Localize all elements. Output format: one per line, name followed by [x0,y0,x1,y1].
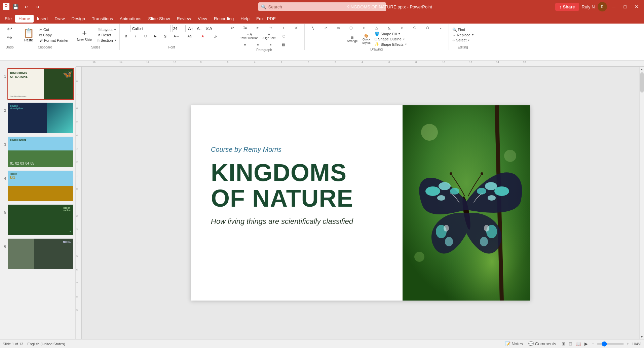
increase-indent-button[interactable]: ⇥ [265,25,277,31]
layout-button[interactable]: ⊞ Layout ▾ [96,27,117,32]
normal-view-button[interactable]: ⊞ [560,341,567,347]
menu-view[interactable]: View [194,15,211,23]
slide-image-1[interactable]: KINGDOMSOF NATURE How living things are.… [7,68,74,100]
shadow-button[interactable]: S [161,33,169,39]
align-right-button[interactable]: ≡ [265,42,277,47]
menu-home[interactable]: Home [15,15,34,23]
section-button[interactable]: § Section ▾ [96,38,117,43]
decrease-indent-button[interactable]: ⇤ [252,25,264,31]
shape-outline-button[interactable]: □ Shape Outline ▾ [373,37,408,41]
font-color-button[interactable]: A [197,33,209,39]
slide-canvas-area[interactable]: Course by Remy Morris KINGDOMS OF NATURE… [82,67,639,339]
line-tool[interactable]: ╲ [307,25,319,31]
align-text-button[interactable]: ≡ Align Text [261,32,277,41]
highlight-button[interactable]: 🖊 [210,33,222,39]
align-center-button[interactable]: ≡ [252,42,264,47]
convert-smartart-button[interactable]: ⬡ [278,33,290,39]
slide-image-2[interactable]: coursedescription [7,102,74,134]
increase-font-button[interactable]: A↑ [187,26,194,31]
char-spacing-button[interactable]: A↔ [171,33,183,39]
zoom-slider[interactable] [597,343,624,345]
italic-button[interactable]: I [131,33,140,39]
quick-styles-button[interactable]: 🎨 Quick Styles [360,33,372,45]
menu-insert[interactable]: Insert [34,15,51,23]
select-button[interactable]: ⊹ Select ▾ [451,38,475,43]
rounded-rect-tool[interactable]: ▢ [345,25,357,31]
slide-image-6[interactable]: topic 1 [7,238,74,270]
slide-image-4[interactable]: lesson 01 [7,170,74,202]
paste-button[interactable]: 📋 Paste [20,25,37,45]
clear-format-button[interactable]: ✕A [204,26,213,31]
slide-canvas[interactable]: Course by Remy Morris KINGDOMS OF NATURE… [191,105,530,301]
line-spacing-button[interactable]: ↕ [277,25,290,31]
columns-button[interactable]: ⫻ [290,25,302,31]
copy-button[interactable]: ⧉ Copy [38,33,70,38]
find-button[interactable]: 🔍 Find [451,27,475,32]
reset-button[interactable]: ↺ Reset [96,33,117,38]
comments-button[interactable]: 💬 Comments [527,341,557,347]
align-left-button[interactable]: ≡ [239,42,251,47]
bullets-button[interactable]: ≡• [226,25,238,31]
scroll-up-button[interactable]: ▲ [640,67,644,71]
bold-button[interactable]: B [122,33,130,39]
decrease-font-button[interactable]: A↓ [196,26,203,31]
close-button[interactable]: ✕ [632,3,641,11]
reading-view-button[interactable]: 📖 [574,341,582,347]
new-slide-button[interactable]: ＋ New Slide [74,27,95,43]
menu-file[interactable]: File [1,15,15,23]
undo-title-button[interactable]: ↩ [22,3,31,11]
numbering-button[interactable]: 1≡ [239,25,251,31]
slide-thumbnail-6[interactable]: 6 topic 1 [1,238,74,270]
hex-tool[interactable]: ⬡ [422,25,434,31]
scroll-thumb[interactable] [640,72,644,93]
zoom-out-button[interactable]: − [592,341,595,346]
slide-thumbnail-2[interactable]: 2 coursedescription [1,102,74,134]
slide-sorter-button[interactable]: ⊟ [567,341,574,347]
rect-tool[interactable]: ▭ [332,25,344,31]
menu-draw[interactable]: Draw [51,15,68,23]
user-avatar[interactable]: R [598,2,607,11]
share-button[interactable]: ↑ Share [555,3,579,11]
format-painter-button[interactable]: 🖌 Format Painter [38,38,70,43]
redo-button[interactable]: ↪ [3,34,15,42]
menu-help[interactable]: Help [237,15,253,23]
minimize-button[interactable]: ─ [610,3,618,11]
menu-recording[interactable]: Recording [211,15,237,23]
menu-animations[interactable]: Animations [116,15,145,23]
undo-button[interactable]: ↩ [3,25,15,33]
more-shapes-button[interactable]: ⌄ [434,25,447,31]
oval-tool[interactable]: ○ [358,25,370,31]
arrow-tool[interactable]: ↗ [319,25,332,31]
slide-thumbnail-1[interactable]: 1 KINGDOMSOF NATURE How living things ar… [1,68,74,100]
menu-slideshow[interactable]: Slide Show [145,15,173,23]
triangle-tool[interactable]: △ [371,25,383,31]
save-button[interactable]: 💾 [11,3,20,10]
replace-button[interactable]: ↔ Replace ▾ [451,33,475,37]
slide-thumbnail-4[interactable]: 4 lesson 01 [1,170,74,202]
text-direction-button[interactable]: ↔A Text Direction [238,32,260,41]
redo-title-button[interactable]: ↪ [33,3,42,11]
cut-button[interactable]: ✂ Cut [38,27,70,32]
slide-thumbnail-3[interactable]: 3 course outline 01 02 03 04 05 [1,136,74,168]
slideshow-button[interactable]: ▶ [583,341,589,347]
diamond-tool[interactable]: ◇ [396,25,408,31]
menu-review[interactable]: Review [173,15,194,23]
right-triangle-tool[interactable]: ◺ [383,25,395,31]
menu-design[interactable]: Design [68,15,88,23]
scroll-down-button[interactable]: ▼ [640,335,644,339]
zoom-in-button[interactable]: + [627,341,629,346]
underline-button[interactable]: U [141,33,150,39]
arrange-button[interactable]: ⊞ Arrange [345,35,359,44]
justify-button[interactable]: ▤ [277,42,290,47]
font-size-input[interactable] [172,25,186,32]
font-name-input[interactable] [130,25,171,32]
slide-image-5[interactable]: lessonoutline ▪ [7,204,74,236]
change-case-button[interactable]: Aa [184,33,196,39]
vertical-scrollbar[interactable]: ▲ ▼ [639,67,644,339]
strikethrough-button[interactable]: S [151,33,160,39]
shape-fill-button[interactable]: 🪣 Shape Fill ▾ [373,31,408,36]
search-box[interactable]: 🔍 Search [258,2,386,11]
slide-thumbnail-5[interactable]: 5 lessonoutline ▪ [1,204,74,236]
pentagon-tool[interactable]: ⬠ [409,25,421,31]
shape-effects-button[interactable]: ✨ Shape Effects ▾ [373,42,408,47]
